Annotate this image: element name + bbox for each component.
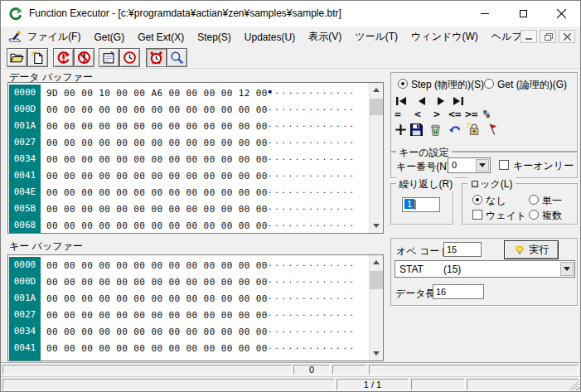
hex-bytes[interactable]: 00 00 00 00 00 00 00 00 00 00 00 00 00: [46, 277, 268, 288]
op-greater-button[interactable]: >: [433, 108, 440, 120]
data-buffer-hexview[interactable]: 0000 9D 00 00 10 00 00 A6 00 00 00 00 12…: [7, 82, 384, 234]
lock-none-label[interactable]: なし: [486, 194, 506, 208]
step-radio-label[interactable]: Step (物理的)(S): [411, 78, 484, 92]
scroll-down-icon[interactable]: [370, 346, 384, 361]
menu-item[interactable]: Step(S): [191, 31, 238, 43]
flag-button[interactable]: [486, 122, 500, 136]
step-radio[interactable]: [398, 79, 408, 89]
hex-row[interactable]: 0068 00 00 00 00 00 00 00 00 00 00 00 00…: [9, 217, 368, 234]
insert-record-button[interactable]: [394, 123, 408, 137]
hex-bytes[interactable]: 9D 00 00 10 00 00 A6 00 00 00 00 12 00: [46, 88, 268, 99]
open-file-button[interactable]: [7, 48, 27, 67]
scroll-down-icon[interactable]: [370, 219, 384, 233]
hex-bytes[interactable]: 00 00 00 00 00 00 00 00 00 00 00 00 00: [46, 360, 268, 362]
delete-record-button[interactable]: [428, 123, 443, 137]
key-only-checkbox[interactable]: [499, 160, 509, 170]
first-record-button[interactable]: [395, 94, 408, 104]
last-record-button[interactable]: [452, 94, 465, 104]
properties-form-button[interactable]: [99, 48, 119, 67]
hex-row[interactable]: 000D 00 00 00 00 00 00 00 00 00 00 00 00…: [9, 273, 368, 290]
menu-item[interactable]: 表示(V): [302, 30, 348, 44]
hex-bytes[interactable]: 00 00 00 00 00 00 00 00 00 00 00 00 00: [46, 260, 268, 271]
data-buffer-scrollbar[interactable]: [369, 83, 383, 233]
lock-wait-checkbox[interactable]: [472, 210, 482, 220]
hex-row[interactable]: 0000 9D 00 00 10 00 00 A6 00 00 00 00 12…: [9, 85, 368, 101]
hex-row[interactable]: 001A 00 00 00 00 00 00 00 00 00 00 00 00…: [9, 290, 368, 307]
hex-bytes[interactable]: 00 00 00 00 00 00 00 00 00 00 00 00 00: [46, 171, 268, 181]
menu-item[interactable]: Get(G): [87, 31, 131, 43]
menu-item[interactable]: Updates(U): [238, 31, 302, 43]
save-record-button[interactable]: [409, 123, 424, 137]
hex-bytes[interactable]: 00 00 00 00 00 00 00 00 00 00 00 00 00: [46, 293, 268, 304]
hex-bytes[interactable]: 00 00 00 00 00 00 00 00 00 00 00 00 00: [46, 138, 268, 148]
chevron-down-icon[interactable]: [560, 262, 574, 276]
function-combo[interactable]: STAT (15): [395, 260, 575, 278]
hex-bytes[interactable]: 00 00 00 00 00 00 00 00 00 00 00 00 00: [46, 121, 268, 132]
key-number-combo[interactable]: 0: [448, 157, 491, 173]
get-radio[interactable]: [484, 79, 494, 89]
hex-bytes[interactable]: 00 00 00 00 00 00 00 00 00 00 00 00 00: [46, 327, 268, 337]
clock-button[interactable]: [119, 48, 140, 67]
hex-row[interactable]: 0027 00 00 00 00 00 00 00 00 00 00 00 00…: [9, 307, 368, 323]
key-only-label[interactable]: キーオンリー: [513, 159, 574, 173]
mdi-restore-button[interactable]: [540, 30, 556, 43]
hex-row[interactable]: 0034 00 00 00 00 00 00 00 00 00 00 00 00…: [9, 151, 368, 167]
hex-bytes[interactable]: 00 00 00 00 00 00 00 00 00 00 00 00 00: [46, 343, 268, 354]
op-less-equal-button[interactable]: <=: [448, 108, 462, 120]
hex-bytes[interactable]: 00 00 00 00 00 00 00 00 00 00 00 00 00: [46, 220, 268, 231]
key-buffer-hexview[interactable]: 0000 00 00 00 00 00 00 00 00 00 00 00 00…: [7, 254, 384, 361]
transaction-abort-button[interactable]: [74, 48, 94, 67]
hex-row[interactable]: 004E 00 00 00 00 00 00 00 00 00 00 00 00…: [9, 184, 368, 201]
menu-item[interactable]: Get Ext(X): [131, 31, 191, 43]
hex-row[interactable]: 0041 00 00 00 00 00 00 00 00 00 00 00 00…: [9, 167, 368, 184]
maximize-button[interactable]: [504, 1, 542, 26]
undo-button[interactable]: [448, 123, 462, 137]
menu-item[interactable]: ウィンドウ(W): [404, 30, 485, 44]
minimize-button[interactable]: [466, 1, 504, 26]
scroll-up-icon[interactable]: [370, 83, 384, 97]
previous-record-button[interactable]: [415, 94, 428, 104]
new-file-button[interactable]: [27, 48, 48, 67]
hex-row[interactable]: 0034 00 00 00 00 00 00 00 00 00 00 00 00…: [9, 323, 368, 340]
lock-single-label[interactable]: 単一: [542, 194, 562, 208]
lock-wait-label[interactable]: ウェイト: [486, 209, 526, 223]
lock-button[interactable]: [466, 122, 480, 136]
scroll-thumb[interactable]: [370, 99, 384, 115]
next-record-button[interactable]: [434, 94, 448, 104]
hex-bytes[interactable]: 00 00 00 00 00 00 00 00 00 00 00 00 00: [46, 187, 268, 198]
hex-row[interactable]: 000D 00 00 00 00 00 00 00 00 00 00 00 00…: [9, 101, 368, 118]
opcode-input[interactable]: 15: [443, 242, 482, 257]
hex-row[interactable]: 0027 00 00 00 00 00 00 00 00 00 00 00 00…: [9, 134, 368, 151]
hex-bytes[interactable]: 00 00 00 00 00 00 00 00 00 00 00 00 00: [46, 204, 268, 215]
hex-row[interactable]: 0000 00 00 00 00 00 00 00 00 00 00 00 00…: [9, 257, 368, 273]
hex-bytes[interactable]: 00 00 00 00 00 00 00 00 00 00 00 00 00: [46, 154, 268, 165]
hex-row[interactable]: 004E 00 00 00 00 00 00 00 00 00 00 00 00…: [9, 356, 368, 361]
execute-button[interactable]: 実行: [504, 240, 559, 259]
transaction-start-button[interactable]: [53, 48, 74, 67]
mdi-minimize-button[interactable]: [520, 30, 537, 43]
menu-item[interactable]: ファイル(F): [21, 30, 87, 44]
key-buffer-scrollbar[interactable]: [369, 255, 383, 361]
scroll-up-icon[interactable]: [370, 255, 384, 269]
data-length-input[interactable]: 16: [433, 284, 484, 299]
op-greater-equal-button[interactable]: >=: [465, 108, 478, 120]
hex-row[interactable]: 005B 00 00 00 00 00 00 00 00 00 00 00 00…: [9, 201, 368, 217]
chevron-down-icon[interactable]: [476, 159, 489, 172]
lock-none-radio[interactable]: [472, 195, 482, 205]
lock-multiple-label[interactable]: 複数: [542, 209, 562, 223]
op-less-button[interactable]: <: [414, 108, 421, 120]
hex-row[interactable]: 001A 00 00 00 00 00 00 00 00 00 00 00 00…: [9, 118, 368, 134]
op-equal-button[interactable]: =: [395, 108, 401, 120]
close-button[interactable]: [542, 1, 580, 26]
lock-single-radio[interactable]: [529, 195, 539, 205]
hex-bytes[interactable]: 00 00 00 00 00 00 00 00 00 00 00 00 00: [46, 310, 268, 321]
menu-item[interactable]: ツール(T): [348, 30, 404, 44]
scroll-thumb[interactable]: [370, 271, 384, 289]
search-button[interactable]: [167, 48, 187, 67]
repeat-count-input[interactable]: 1: [402, 197, 440, 212]
op-percent-button[interactable]: %: [483, 108, 490, 120]
alarm-timer-button[interactable]: [146, 48, 167, 67]
hex-bytes[interactable]: 00 00 00 00 00 00 00 00 00 00 00 00 00: [46, 104, 268, 115]
mdi-close-button[interactable]: [559, 30, 575, 43]
get-radio-label[interactable]: Get (論理的)(G): [497, 78, 567, 92]
